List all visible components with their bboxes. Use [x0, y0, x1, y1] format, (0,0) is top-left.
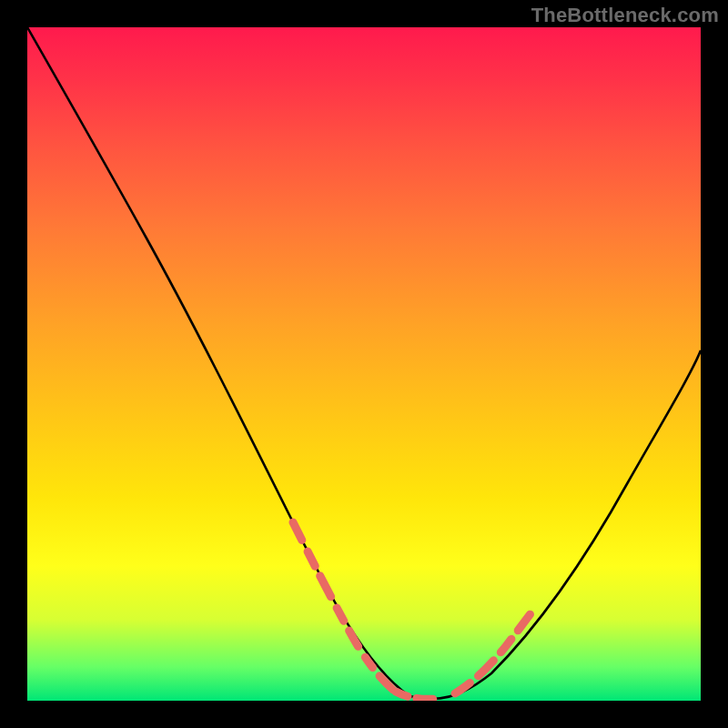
chart-frame: TheBottleneck.com [0, 0, 728, 728]
plot-area [27, 27, 701, 701]
dash-overlay-left [293, 522, 393, 690]
watermark-text: TheBottleneck.com [531, 4, 719, 27]
dash-overlay-floor [396, 692, 441, 699]
bottleneck-curve-svg [27, 27, 701, 701]
dash-overlay-right [455, 602, 539, 693]
bottleneck-curve [27, 27, 701, 699]
